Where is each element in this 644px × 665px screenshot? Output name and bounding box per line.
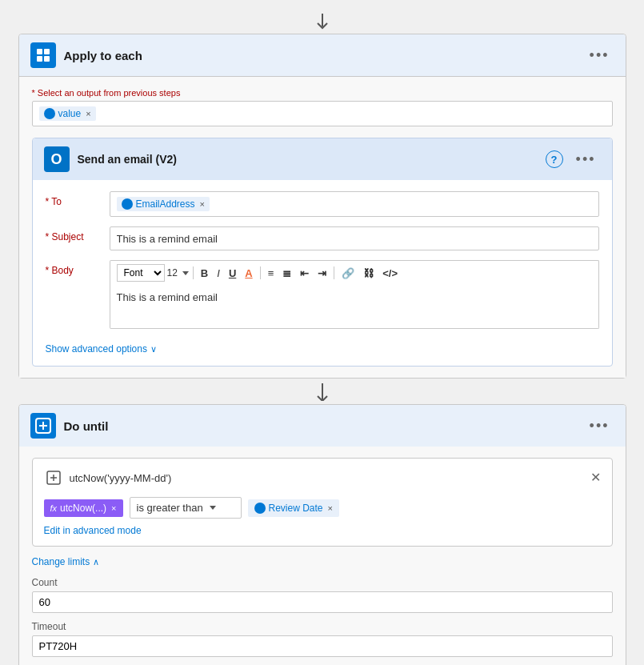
outlook-icon: O [44, 146, 70, 172]
subject-content [110, 226, 599, 250]
svg-point-8 [257, 505, 263, 511]
body-toolbar: Font 12 B I U [110, 260, 599, 285]
value-tag-text: value [58, 108, 82, 119]
condition-header: utcNow('yyyy-MM-dd') ✕ [44, 468, 601, 487]
apply-each-card: Apply to each ••• * Select an output fro… [18, 34, 626, 379]
unlink-button[interactable]: ⛓ [360, 266, 377, 281]
italic-button[interactable]: I [214, 266, 223, 281]
bullet-list-button[interactable]: ≡ [265, 266, 278, 281]
indent-button[interactable]: ⇥ [314, 266, 330, 281]
value-tag-close[interactable]: × [86, 109, 90, 118]
apply-each-title: Apply to each [64, 49, 577, 62]
body-content: Font 12 B I U [110, 260, 599, 329]
change-limits-chevron: ∧ [93, 557, 99, 567]
edit-advanced-button[interactable]: Edit in advanced mode [44, 525, 142, 536]
outdent-button[interactable]: ⇤ [297, 266, 312, 281]
send-email-card: O Send an email (V2) ? ••• * To [32, 138, 613, 367]
utcnow-close[interactable]: × [111, 503, 116, 513]
show-advanced-label: Show advanced options [46, 343, 147, 355]
link-button[interactable]: 🔗 [338, 266, 358, 281]
timeout-input[interactable] [32, 635, 613, 657]
operator-dropdown[interactable]: is greater than [130, 497, 242, 519]
condition-label: utcNow('yyyy-MM-dd') [70, 472, 584, 484]
email-address-text: EmailAddress [136, 198, 195, 210]
svg-point-5 [124, 201, 130, 207]
top-arrow-connector [313, 11, 332, 30]
show-advanced-chevron: ∨ [150, 344, 157, 355]
value-tag-icon [44, 108, 55, 119]
apply-each-more-button[interactable]: ••• [585, 46, 614, 66]
font-size-value: 12 [167, 267, 178, 278]
send-email-header: O Send an email (V2) ? ••• [33, 138, 612, 180]
body-label: * Body [46, 260, 102, 276]
body-row: * Body Font 12 [46, 260, 599, 329]
select-output-input[interactable]: value × [32, 101, 613, 126]
operator-chevron [210, 506, 216, 510]
utcnow-text: utcNow(...) [60, 503, 106, 514]
count-input[interactable] [32, 591, 613, 613]
toolbar-divider-1 [193, 266, 194, 279]
to-label: * To [46, 191, 102, 207]
font-select[interactable]: Font [117, 264, 165, 282]
condition-close-button[interactable]: ✕ [590, 471, 601, 484]
email-address-close[interactable]: × [200, 199, 205, 209]
toolbar-divider-3 [334, 266, 334, 279]
do-until-more-button[interactable]: ••• [585, 416, 614, 436]
value-tag: value × [39, 106, 96, 121]
timeout-label: Timeout [32, 621, 613, 632]
review-date-tag: Review Date × [248, 499, 339, 517]
send-email-wrapper: O Send an email (V2) ? ••• * To [32, 138, 613, 367]
change-limits-label: Change limits [32, 556, 90, 567]
timeout-field: Timeout [32, 621, 613, 657]
toolbar-divider-2 [260, 266, 261, 279]
number-list-button[interactable]: ≣ [279, 266, 294, 281]
help-button[interactable]: ? [546, 150, 563, 168]
svg-rect-1 [44, 49, 50, 54]
body-editor[interactable]: This is a remind email [110, 285, 599, 329]
bold-button[interactable]: B [198, 266, 211, 281]
do-until-card: Do until ••• utcNow('yyyy-MM-dd') ✕ [18, 404, 626, 665]
svg-rect-3 [44, 56, 50, 62]
svg-rect-0 [37, 49, 42, 54]
count-label: Count [32, 577, 613, 588]
do-until-icon [30, 413, 56, 439]
condition-row: fx utcNow(...) × is greater than [44, 497, 601, 519]
apply-each-header: Apply to each ••• [19, 34, 626, 77]
to-row: * To EmailAddres [46, 191, 599, 217]
count-field: Count [32, 577, 613, 613]
change-limits-button[interactable]: Change limits ∧ [32, 556, 100, 567]
code-button[interactable]: </> [379, 266, 401, 281]
condition-icon [44, 468, 63, 487]
do-until-header: Do until ••• [19, 405, 626, 447]
body-text: This is a remind email [117, 291, 218, 303]
review-date-text: Review Date [269, 503, 323, 514]
svg-point-4 [46, 110, 53, 117]
middle-arrow-connector [313, 382, 332, 401]
utcnow-tag: fx utcNow(...) × [44, 499, 123, 517]
font-size-selector: 12 [167, 267, 189, 278]
condition-block: utcNow('yyyy-MM-dd') ✕ fx utcNow(...) × … [32, 458, 613, 547]
review-date-icon [254, 503, 266, 514]
show-advanced-button[interactable]: Show advanced options ∨ [46, 343, 157, 355]
subject-input[interactable] [110, 226, 599, 250]
font-size-chevron[interactable] [182, 271, 189, 275]
subject-label: * Subject [46, 226, 102, 242]
send-email-title: Send an email (V2) [78, 153, 538, 166]
review-date-close[interactable]: × [328, 503, 333, 513]
operator-text: is greater than [137, 502, 203, 514]
email-address-tag: EmailAddress × [117, 197, 210, 211]
apply-each-body: * Select an output from previous steps v… [19, 77, 626, 378]
to-content: EmailAddress × [110, 191, 599, 217]
to-input[interactable]: EmailAddress × [110, 191, 599, 217]
apply-each-icon [30, 42, 56, 68]
svg-rect-2 [37, 56, 42, 62]
email-address-tag-icon [122, 198, 133, 210]
select-output-label: * Select an output from previous steps [32, 88, 613, 98]
color-button[interactable]: A [242, 266, 255, 281]
do-until-title: Do until [64, 419, 577, 433]
underline-button[interactable]: U [226, 266, 239, 281]
limits-section: Count Timeout [32, 577, 613, 657]
do-until-body: utcNow('yyyy-MM-dd') ✕ fx utcNow(...) × … [19, 447, 626, 665]
subject-row: * Subject [46, 226, 599, 250]
send-email-more-button[interactable]: ••• [571, 150, 601, 170]
